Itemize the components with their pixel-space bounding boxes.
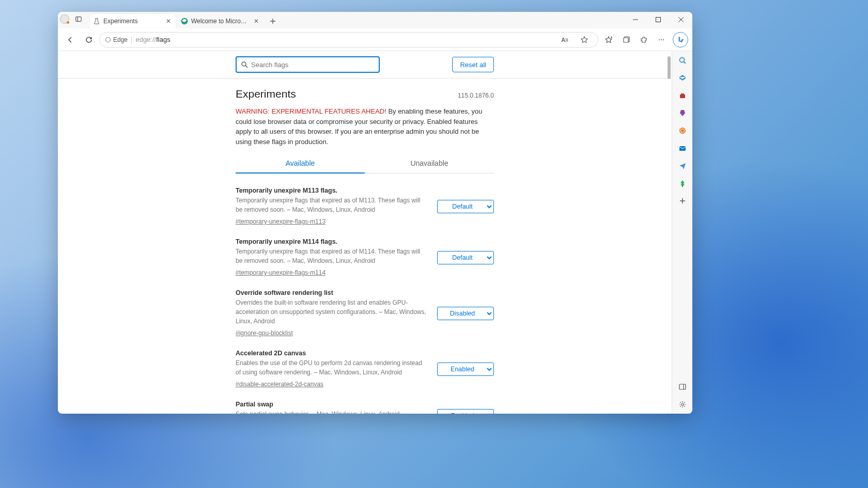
svg-line-19 xyxy=(684,62,686,64)
flag-row: Override software rendering listOverride… xyxy=(236,283,494,343)
flag-select[interactable]: DefaultEnabledDisabled xyxy=(437,307,494,320)
search-icon xyxy=(241,61,248,68)
flag-title: Partial swap xyxy=(236,401,427,408)
svg-point-15 xyxy=(663,39,664,40)
flag-description: Enables the use of the GPU to perform 2d… xyxy=(236,358,427,377)
flag-hash-link[interactable]: #temporary-unexpire-flags-m113 xyxy=(236,218,326,225)
close-icon[interactable]: ✕ xyxy=(164,17,173,25)
site-identity: Edge xyxy=(105,36,128,43)
scrollbar-thumb[interactable] xyxy=(668,56,671,79)
flag-select[interactable]: DefaultEnabledDisabled xyxy=(437,200,494,213)
svg-rect-12 xyxy=(624,38,628,42)
shopping-icon[interactable] xyxy=(677,73,688,83)
flag-hash-link[interactable]: #ignore-gpu-blocklist xyxy=(236,329,293,337)
more-button[interactable] xyxy=(653,32,670,48)
bing-button[interactable] xyxy=(673,32,688,48)
outlook-icon[interactable] xyxy=(677,143,688,153)
flag-row: Temporarily unexpire M114 flags.Temporar… xyxy=(236,232,494,283)
svg-point-9 xyxy=(106,37,111,42)
svg-point-29 xyxy=(681,403,684,405)
flag-title: Temporarily unexpire M113 flags. xyxy=(236,187,427,194)
edge-sidebar xyxy=(672,51,692,414)
identity-label: Edge xyxy=(113,36,128,43)
tree-icon[interactable] xyxy=(677,178,688,188)
flag-title: Temporarily unexpire M114 flags. xyxy=(236,238,427,245)
close-icon[interactable]: ✕ xyxy=(252,17,260,25)
url-text: edge://flags xyxy=(135,36,170,43)
svg-point-14 xyxy=(661,39,662,40)
games-icon[interactable] xyxy=(677,108,688,118)
svg-point-22 xyxy=(681,130,684,132)
search-icon[interactable] xyxy=(677,55,688,66)
tab-actions-button[interactable] xyxy=(71,12,86,26)
flags-tabs: Available Unavailable xyxy=(236,154,494,174)
flag-hash-link[interactable]: #temporary-unexpire-flags-m114 xyxy=(236,269,326,276)
svg-rect-20 xyxy=(680,95,685,98)
svg-rect-6 xyxy=(656,18,661,22)
tab-title: Experiments xyxy=(103,18,161,25)
toolbar: Edge | edge://flags A)) xyxy=(58,28,692,51)
tab-experiments[interactable]: Experiments ✕ xyxy=(90,14,176,28)
tab-welcome[interactable]: Welcome to Microsoft Edge Canary ✕ xyxy=(178,14,264,28)
browser-window: Experiments ✕ Welcome to Microsoft Edge … xyxy=(58,12,692,414)
flag-row: Accelerated 2D canvasEnables the use of … xyxy=(236,343,494,395)
office-icon[interactable] xyxy=(677,125,688,136)
back-button[interactable] xyxy=(62,32,79,48)
warning-text: WARNING: EXPERIMENTAL FEATURES AHEAD! By… xyxy=(236,106,494,147)
flag-description: Temporarily unexpire flags that expired … xyxy=(236,196,427,214)
reset-all-button[interactable]: Reset all xyxy=(452,57,494,72)
new-tab-button[interactable] xyxy=(266,14,280,28)
tab-title: Welcome to Microsoft Edge Canary xyxy=(191,18,249,25)
tools-icon[interactable] xyxy=(677,90,688,101)
flag-description: Sets partial swap behavior. – Mac, Windo… xyxy=(236,410,427,414)
flag-description: Temporarily unexpire flags that expired … xyxy=(236,247,427,265)
edge-icon xyxy=(181,18,188,25)
flask-icon xyxy=(93,18,100,25)
add-icon[interactable] xyxy=(677,196,688,206)
flag-select[interactable]: DefaultEnabledDisabled xyxy=(437,409,494,414)
maximize-button[interactable] xyxy=(647,12,670,27)
content-area: Reset all Experiments 115.0.1876.0 WARNI… xyxy=(58,51,692,414)
flag-select[interactable]: DefaultEnabledDisabled xyxy=(437,251,494,264)
search-flags-box[interactable] xyxy=(236,56,380,73)
favorites-button[interactable] xyxy=(600,32,617,48)
svg-rect-24 xyxy=(682,185,683,187)
address-bar[interactable]: Edge | edge://flags A)) xyxy=(99,32,598,48)
flag-description: Overrides the built-in software renderin… xyxy=(236,298,427,326)
flag-row: Temporarily unexpire M113 flags.Temporar… xyxy=(236,181,494,232)
svg-point-18 xyxy=(679,58,684,62)
favorite-icon[interactable] xyxy=(576,32,593,48)
flag-row: Partial swapSets partial swap behavior. … xyxy=(236,395,494,414)
settings-icon[interactable] xyxy=(677,399,688,410)
flag-select[interactable]: DefaultEnabledDisabled xyxy=(437,363,494,376)
tab-unavailable[interactable]: Unavailable xyxy=(365,154,494,173)
svg-point-13 xyxy=(659,39,660,40)
flag-hash-link[interactable]: #disable-accelerated-2d-canvas xyxy=(236,381,323,388)
window-controls xyxy=(624,12,692,27)
reload-button[interactable] xyxy=(81,32,97,48)
flag-title: Accelerated 2D canvas xyxy=(236,350,427,357)
version-label: 115.0.1876.0 xyxy=(458,92,494,99)
tabs-region: Experiments ✕ Welcome to Microsoft Edge … xyxy=(86,12,624,28)
flags-list: Temporarily unexpire M113 flags.Temporar… xyxy=(236,174,494,414)
svg-rect-27 xyxy=(679,384,686,389)
profile-avatar[interactable] xyxy=(60,14,69,24)
page-title: Experiments xyxy=(236,88,296,100)
minimize-button[interactable] xyxy=(624,12,647,27)
sidebar-toggle-icon[interactable] xyxy=(677,382,688,392)
titlebar: Experiments ✕ Welcome to Microsoft Edge … xyxy=(58,12,692,28)
flag-title: Override software rendering list xyxy=(236,289,427,296)
collections-button[interactable] xyxy=(618,32,634,48)
svg-line-17 xyxy=(245,66,247,68)
search-input[interactable] xyxy=(251,61,375,69)
read-aloud-icon[interactable]: A)) xyxy=(556,32,573,48)
tab-available[interactable]: Available xyxy=(236,154,365,174)
close-button[interactable] xyxy=(670,12,692,27)
extensions-button[interactable] xyxy=(636,32,652,48)
page-content: Reset all Experiments 115.0.1876.0 WARNI… xyxy=(58,51,672,414)
send-icon[interactable] xyxy=(677,161,688,171)
svg-rect-0 xyxy=(76,17,82,22)
svg-point-16 xyxy=(242,62,246,66)
